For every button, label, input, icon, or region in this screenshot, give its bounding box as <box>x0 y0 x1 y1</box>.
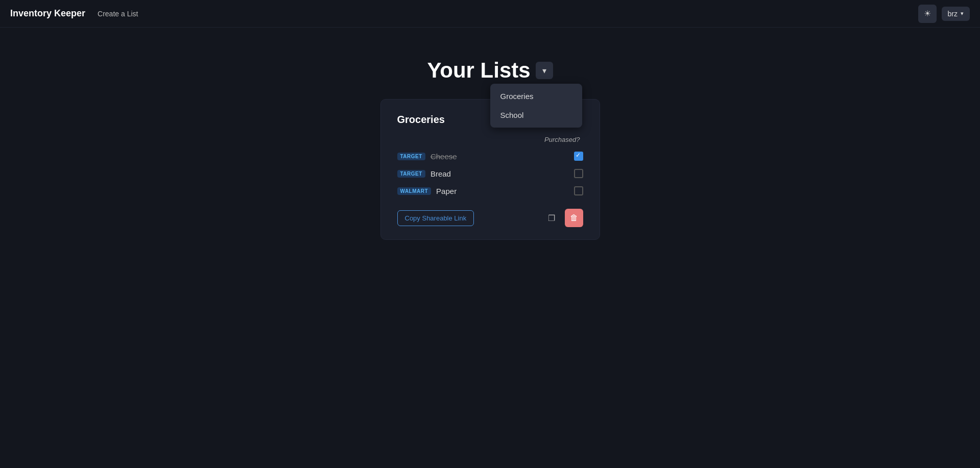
purchased-checkbox-bread[interactable] <box>574 169 583 178</box>
dropdown-item-school[interactable]: School <box>490 106 582 125</box>
item-row-paper: WALMART Paper <box>397 182 583 200</box>
table-header: Purchased? <box>397 136 583 143</box>
item-left-cheese: TARGET Cheese <box>397 152 457 161</box>
purchased-checkbox-paper[interactable] <box>574 186 583 195</box>
main-content: Your Lists ▾ Groceries School Groceries … <box>0 28 980 240</box>
chevron-down-icon: ▾ <box>961 10 964 17</box>
item-left-paper: WALMART Paper <box>397 187 457 195</box>
nav-right: ☀ brz ▾ <box>918 5 970 23</box>
user-menu-button[interactable]: brz ▾ <box>942 7 970 21</box>
user-label: brz <box>948 10 958 18</box>
item-name-paper: Paper <box>436 187 457 195</box>
copy-shareable-link-button[interactable]: Copy Shareable Link <box>397 210 474 226</box>
page-title: Your Lists <box>427 58 530 83</box>
delete-list-button[interactable]: 🗑 <box>565 209 583 227</box>
theme-toggle-button[interactable]: ☀ <box>918 5 937 23</box>
item-row-bread: TARGET Bread <box>397 165 583 182</box>
edit-list-button[interactable]: ❐ <box>542 209 561 227</box>
store-badge-target: TARGET <box>397 153 425 160</box>
item-left-bread: TARGET Bread <box>397 169 451 178</box>
chevron-down-icon: ▾ <box>542 66 546 76</box>
brand-title: Inventory Keeper <box>10 8 85 19</box>
purchased-column-label: Purchased? <box>544 136 580 143</box>
lists-dropdown-button[interactable]: ▾ <box>536 62 553 79</box>
store-badge-target-bread: TARGET <box>397 170 425 178</box>
trash-icon: 🗑 <box>570 213 578 223</box>
create-list-link[interactable]: Create a List <box>98 10 138 18</box>
navbar: Inventory Keeper Create a List ☀ brz ▾ <box>0 0 980 28</box>
action-buttons: ❐ 🗑 <box>542 209 583 227</box>
sun-icon: ☀ <box>924 9 931 18</box>
item-name-cheese: Cheese <box>431 152 457 161</box>
purchased-checkbox-cheese[interactable] <box>574 152 583 161</box>
card-footer: Copy Shareable Link ❐ 🗑 <box>397 209 583 227</box>
page-title-row: Your Lists ▾ Groceries School <box>427 58 553 83</box>
store-badge-walmart: WALMART <box>397 187 432 195</box>
edit-icon: ❐ <box>548 213 555 223</box>
nav-left: Inventory Keeper Create a List <box>10 8 138 19</box>
dropdown-item-groceries[interactable]: Groceries <box>490 87 582 106</box>
item-name-bread: Bread <box>431 169 451 178</box>
lists-dropdown-menu: Groceries School <box>490 84 582 128</box>
item-row-cheese: TARGET Cheese <box>397 147 583 165</box>
